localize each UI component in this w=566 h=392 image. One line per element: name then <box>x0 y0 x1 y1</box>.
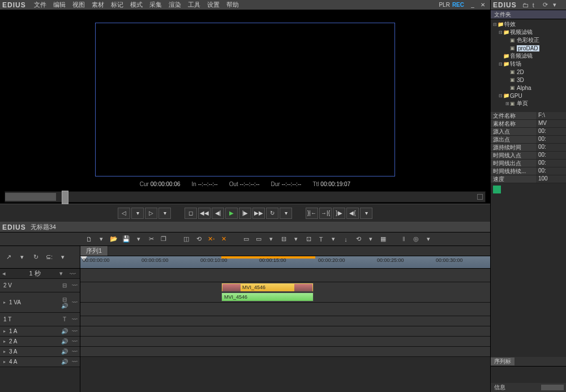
scrollbar-chunk[interactable] <box>541 385 564 390</box>
close-button[interactable]: ✕ <box>479 1 487 9</box>
layout-icon[interactable]: ⟳ <box>543 1 551 8</box>
menu-marker[interactable]: 标记 <box>111 1 123 9</box>
menu-view[interactable]: 视图 <box>72 1 85 9</box>
title-icon[interactable]: T <box>316 234 326 244</box>
tree-item-2d[interactable]: ▣2D <box>491 68 566 76</box>
dropdown-icon[interactable]: ▾ <box>134 234 144 244</box>
lock-icon[interactable]: 〰 <box>70 348 80 355</box>
dropdown-icon[interactable]: ▾ <box>96 234 106 244</box>
time-scale[interactable]: 1 秒 <box>10 269 59 278</box>
track-va1[interactable]: MVI_4546 MVI_4546 <box>80 282 490 303</box>
video-clip[interactable]: MVI_4546 <box>221 283 314 292</box>
set-in-button[interactable]: ◁ <box>118 208 130 219</box>
tab-info[interactable]: 信息 <box>491 384 509 391</box>
dropdown-icon[interactable]: ▾ <box>291 234 301 244</box>
delete-icon[interactable]: ✕ <box>218 234 229 244</box>
prev-edit-button[interactable]: }|← <box>306 208 318 219</box>
rec-label[interactable]: REC <box>452 2 464 8</box>
stop-button[interactable]: ◻ <box>185 208 197 219</box>
dropdown-icon[interactable]: ▾ <box>366 234 376 244</box>
menu-clip[interactable]: 素材 <box>92 1 104 9</box>
set-out-button[interactable]: ▷ <box>145 208 157 219</box>
tree-item-alpha[interactable]: ▣Alpha <box>491 84 566 92</box>
ungroup-icon[interactable]: ▭ <box>254 234 264 244</box>
lock-icon[interactable]: 〰 <box>70 328 80 334</box>
replace-icon[interactable]: ⟲ <box>194 234 204 244</box>
dropdown-icon[interactable]: ▾ <box>58 253 68 262</box>
scrubber[interactable] <box>5 191 486 203</box>
track-a4[interactable] <box>80 347 490 357</box>
sequence-tab[interactable]: 序列1 <box>80 246 108 256</box>
tree-item-transition[interactable]: ⊟📁转场 <box>491 60 566 68</box>
save-icon[interactable]: 💾 <box>121 234 131 244</box>
title-icon[interactable]: T <box>59 316 70 322</box>
rewind-button[interactable]: ◀◀ <box>198 208 211 219</box>
zoom-icon[interactable]: 〰 <box>67 270 78 277</box>
tool-icon[interactable]: ↗ <box>3 253 14 262</box>
target-icon[interactable]: ◎ <box>411 234 421 244</box>
speaker-icon[interactable]: 🔊 <box>59 359 70 365</box>
folder-icon[interactable]: 🗀 <box>522 2 530 8</box>
tree-item-color-correction[interactable]: ▣色彩校正 <box>491 36 566 44</box>
dropdown-4[interactable]: ▾ <box>360 208 372 219</box>
speaker-icon[interactable]: 🔊 <box>59 328 70 334</box>
enable-icon[interactable]: ⊡ <box>303 234 314 244</box>
ripple-delete-icon[interactable]: ✕◦ <box>206 234 216 244</box>
lock-icon[interactable]: 〰 <box>70 282 80 288</box>
tree-item-3d[interactable]: ▣3D <box>491 76 566 84</box>
video-mute-icon[interactable]: ⊟ <box>59 282 70 288</box>
lock-icon[interactable]: 〰 <box>70 316 80 322</box>
menu-mode[interactable]: 模式 <box>130 1 143 9</box>
step-fwd-button[interactable]: |▶ <box>239 208 251 219</box>
tree-item-single-page[interactable]: ⊞▣单页 <box>491 100 566 107</box>
calc-icon[interactable]: ▦ <box>378 234 388 244</box>
group-icon[interactable]: ▭ <box>241 234 251 244</box>
new-icon[interactable]: 🗋 <box>84 234 94 244</box>
track-header-a2[interactable]: ▸2 A 🔊 〰 <box>0 337 80 347</box>
menu-edit[interactable]: 编辑 <box>53 1 66 9</box>
track-header-a3[interactable]: ▸3 A 🔊 〰 <box>0 347 80 357</box>
dropdown-icon[interactable]: ▾ <box>423 234 434 244</box>
step-back-button[interactable]: ◀| <box>212 208 224 219</box>
video-preview[interactable] <box>95 23 395 176</box>
mark-in-button[interactable]: }▶ <box>333 208 345 219</box>
menu-settings[interactable]: 设置 <box>207 1 220 9</box>
link-icon[interactable]: ⊟ <box>278 234 289 244</box>
speaker-icon[interactable]: 🔊 <box>61 303 68 309</box>
lock-icon[interactable]: 〰 <box>70 299 80 305</box>
dropdown-3[interactable]: ▾ <box>280 208 292 219</box>
audio-clip[interactable]: MVI_4546 <box>221 292 314 301</box>
track-header-t1[interactable]: 1 T T 〰 <box>0 313 80 326</box>
tree-item-effects[interactable]: ⊟📁特效 <box>491 20 566 28</box>
search-icon[interactable]: t <box>533 2 541 8</box>
snap-icon[interactable]: ↻ <box>31 253 41 262</box>
dropdown-2[interactable]: ▾ <box>158 208 171 219</box>
track-a1[interactable] <box>80 316 490 326</box>
scrubber-handle[interactable] <box>62 191 68 204</box>
dropdown-icon[interactable]: ▾ <box>266 234 276 244</box>
play-button[interactable]: ▶ <box>225 208 238 219</box>
menu-capture[interactable]: 采集 <box>149 1 162 9</box>
speaker-icon[interactable]: 🔊 <box>59 338 70 344</box>
tree-item-gpu[interactable]: ⊟📁GPU <box>491 92 566 100</box>
lock-icon[interactable]: 〰 <box>70 359 80 365</box>
tree-item-video-filter[interactable]: ⊟📁视频滤镜 <box>491 28 566 36</box>
scrubber-marker[interactable] <box>477 194 483 200</box>
tree-item-audio-filter[interactable]: 📁音频滤镜 <box>491 52 566 60</box>
track-v2[interactable] <box>80 269 490 282</box>
track-header-v2[interactable]: 2 V ⊟ 〰 <box>0 279 80 292</box>
render-icon[interactable]: ⟲ <box>353 234 363 244</box>
dropdown-1[interactable]: ▾ <box>131 208 144 219</box>
track-header-a4[interactable]: ▸4 A 🔊 〰 <box>0 357 80 367</box>
magnet-icon[interactable]: ⊆: <box>44 253 54 262</box>
mixer-icon[interactable]: ⦀ <box>398 234 409 244</box>
trim-icon[interactable]: ↓ <box>341 234 351 244</box>
track-a2[interactable] <box>80 326 490 337</box>
next-edit-button[interactable]: →|{ <box>319 208 332 219</box>
tab-sequence-markers[interactable]: 序列标 <box>491 357 514 365</box>
menu-tools[interactable]: 工具 <box>188 1 200 9</box>
open-icon[interactable]: 📂 <box>109 234 119 244</box>
paste-icon[interactable]: ◫ <box>181 234 191 244</box>
lock-icon[interactable]: 〰 <box>70 338 80 344</box>
loop-button[interactable]: ↻ <box>266 208 278 219</box>
